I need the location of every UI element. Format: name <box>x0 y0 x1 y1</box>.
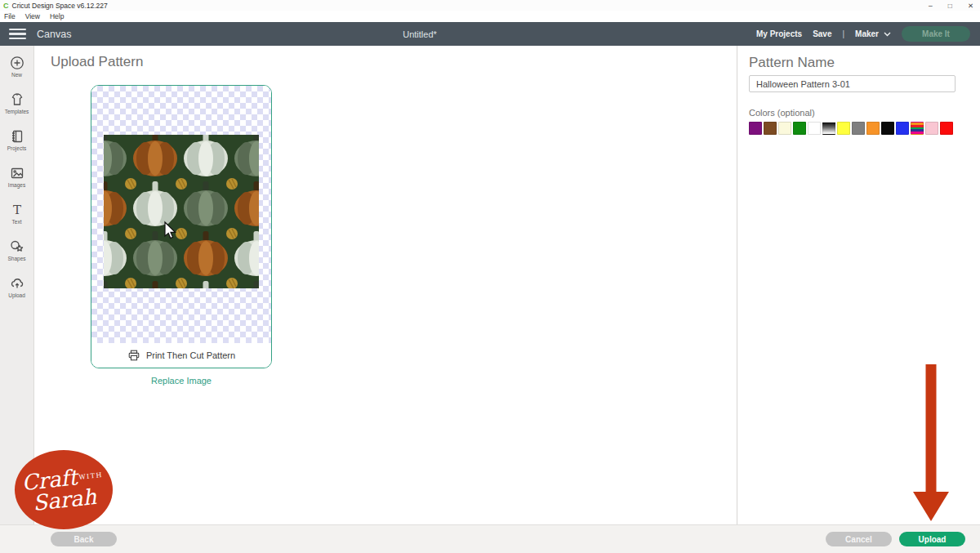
logo-text-sarah: Sarah <box>24 487 106 514</box>
header-separator: | <box>842 29 844 38</box>
color-swatch-gradient[interactable] <box>822 122 835 135</box>
sidebar-item-upload[interactable]: Upload <box>0 272 33 309</box>
shapes-icon <box>10 239 24 254</box>
sidebar-item-label: New <box>11 72 22 78</box>
transparency-checkerboard <box>91 86 271 343</box>
machine-select-label: Maker <box>855 29 879 38</box>
color-swatch-pink[interactable] <box>925 122 938 135</box>
my-projects-link[interactable]: My Projects <box>756 29 802 38</box>
projects-book-icon <box>10 129 24 144</box>
color-swatch-orange[interactable] <box>866 122 880 135</box>
color-swatch-red[interactable] <box>940 122 953 135</box>
color-swatch-purple[interactable] <box>749 122 762 135</box>
color-swatch-row <box>749 122 953 135</box>
colors-optional-label: Colors (optional) <box>749 108 815 118</box>
color-swatch-black[interactable] <box>881 122 894 135</box>
document-title[interactable]: Untitled* <box>371 29 469 39</box>
sidebar-item-label: Text <box>12 219 22 225</box>
sidebar-item-label: Projects <box>7 145 26 151</box>
save-link[interactable]: Save <box>813 29 831 38</box>
pattern-preview-image[interactable] <box>104 135 259 288</box>
back-button[interactable]: Back <box>51 532 117 546</box>
color-swatch-blue[interactable] <box>896 122 909 135</box>
chevron-down-icon <box>884 32 891 37</box>
window-title: Cricut Design Space v6.12.227 <box>12 2 108 10</box>
color-swatch-cream[interactable] <box>778 122 791 135</box>
pattern-name-title: Pattern Name <box>749 55 835 71</box>
sidebar-item-templates[interactable]: Templates <box>0 88 33 125</box>
app-header: Canvas Untitled* My Projects Save | Make… <box>0 22 980 46</box>
print-then-cut-label: Print Then Cut Pattern <box>146 350 235 360</box>
images-icon <box>10 166 24 181</box>
footer-bar: Back Cancel Upload <box>0 524 980 553</box>
sidebar-item-label: Templates <box>5 109 29 114</box>
svg-text:T: T <box>12 203 20 217</box>
printer-icon <box>127 349 140 362</box>
canvas-tab[interactable]: Canvas <box>37 29 71 40</box>
logo-text-with: with <box>78 471 103 481</box>
replace-image-link[interactable]: Replace Image <box>91 376 272 386</box>
color-swatch-white[interactable] <box>808 122 821 135</box>
color-swatch-rainbow[interactable] <box>911 122 924 135</box>
annotation-arrow-down <box>913 364 949 521</box>
menu-file[interactable]: File <box>4 12 16 20</box>
upload-cloud-icon <box>10 276 24 291</box>
sidebar-item-images[interactable]: Images <box>0 162 33 198</box>
close-button[interactable]: ✕ <box>968 2 973 10</box>
machine-select[interactable]: Maker <box>855 29 891 38</box>
print-then-cut-row: Print Then Cut Pattern <box>91 343 271 368</box>
color-swatch-gray[interactable] <box>852 122 865 135</box>
pattern-name-input[interactable] <box>749 75 956 92</box>
menu-help[interactable]: Help <box>50 12 64 20</box>
color-swatch-brown[interactable] <box>764 122 777 135</box>
minimize-button[interactable]: – <box>929 2 933 10</box>
left-sidebar: New Templates Projects Images T Text <box>0 46 34 524</box>
maximize-button[interactable]: □ <box>948 2 952 10</box>
cricut-logo-icon: C <box>3 2 9 10</box>
page-title: Upload Pattern <box>51 54 143 70</box>
sidebar-item-label: Upload <box>8 292 25 298</box>
text-icon: T <box>10 203 24 217</box>
hamburger-menu-icon[interactable] <box>9 29 26 40</box>
os-title-bar: C Cricut Design Space v6.12.227 – □ ✕ <box>0 0 980 11</box>
tshirt-icon <box>10 92 24 107</box>
sidebar-item-label: Shapes <box>7 256 25 261</box>
make-it-button[interactable]: Make It <box>902 26 970 42</box>
sidebar-item-projects[interactable]: Projects <box>0 125 33 162</box>
sidebar-item-shapes[interactable]: Shapes <box>0 235 33 272</box>
sidebar-item-label: Images <box>8 182 25 188</box>
menu-view[interactable]: View <box>25 12 40 20</box>
plus-circle-icon <box>10 56 24 70</box>
cancel-button[interactable]: Cancel <box>826 532 892 546</box>
sidebar-item-text[interactable]: T Text <box>0 198 33 235</box>
menu-bar: File View Help <box>0 11 980 22</box>
color-swatch-green[interactable] <box>793 122 806 135</box>
upload-button[interactable]: Upload <box>899 532 965 546</box>
cricut-design-space-window: C Cricut Design Space v6.12.227 – □ ✕ Fi… <box>0 0 980 553</box>
color-swatch-yellow[interactable] <box>837 122 850 135</box>
sidebar-item-new[interactable]: New <box>0 51 33 88</box>
pattern-card: Print Then Cut Pattern <box>91 85 272 368</box>
mouse-cursor-icon <box>162 221 178 240</box>
craft-with-sarah-logo: Craftwith Sarah <box>15 450 113 529</box>
